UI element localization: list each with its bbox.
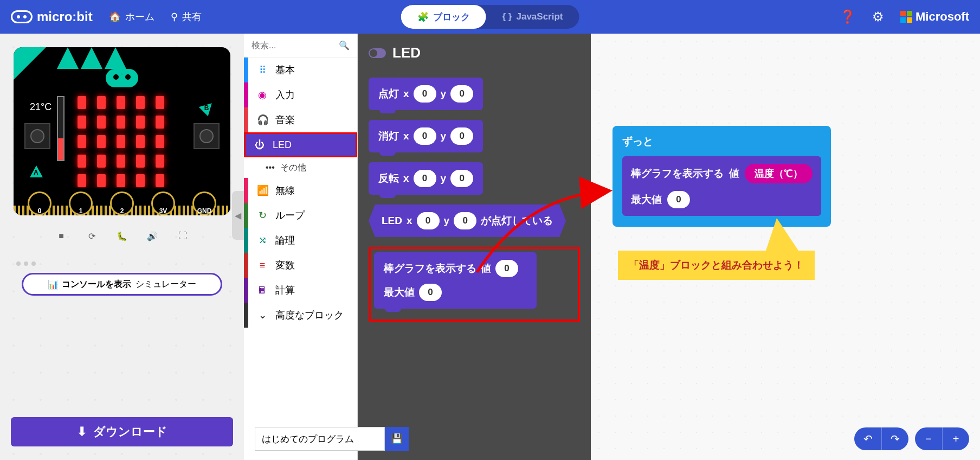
puzzle-icon: 🧩 — [417, 11, 429, 23]
simulator-panel: 21°C 0 1 2 3V GND ■ ⟳ — [0, 34, 244, 460]
headphones-icon: 🎧 — [257, 114, 268, 126]
search-icon: 🔍 — [339, 40, 350, 50]
microbit-logo-icon — [11, 10, 33, 23]
pin-0[interactable]: 0 — [28, 191, 51, 215]
home-nav[interactable]: 🏠 ホーム — [109, 10, 154, 23]
home-label: ホーム — [125, 10, 154, 23]
num-input[interactable]: 0 — [417, 212, 440, 229]
zoom-in-button[interactable]: + — [942, 427, 969, 450]
blocks-toggle-label: ブロック — [433, 11, 470, 23]
num-input[interactable]: 0 — [450, 85, 473, 103]
highlight-annotation: 棒グラフを表示する 値 0 最大値 0 — [369, 247, 580, 322]
num-input[interactable]: 0 — [450, 170, 473, 187]
main-area: 21°C 0 1 2 3V GND ■ ⟳ — [0, 34, 980, 460]
pin-2[interactable]: 2 — [110, 191, 134, 215]
sim-audio-button[interactable]: 🔊 — [143, 226, 162, 246]
ms-label: Microsoft — [915, 10, 969, 24]
num-input[interactable]: 0 — [419, 284, 442, 301]
microbit-simulator[interactable]: 21°C 0 1 2 3V GND — [14, 47, 230, 215]
home-icon: 🏠 — [109, 11, 121, 23]
bargraph-in-forever[interactable]: 棒グラフを表示する 値 温度（℃） 最大値 0 — [622, 156, 821, 216]
workspace[interactable]: ずっと 棒グラフを表示する 値 温度（℃） 最大値 0 「温度」ブロックと組み合… — [591, 34, 980, 460]
save-icon: 💾 — [391, 433, 403, 445]
category-music[interactable]: 🎧 音楽 — [244, 107, 357, 132]
num-input[interactable]: 0 — [414, 127, 436, 145]
sim-button-b[interactable] — [194, 123, 220, 149]
blocks-toggle[interactable]: 🧩 ブロック — [401, 5, 486, 29]
led-toggle-icon — [369, 48, 386, 58]
category-loops[interactable]: ↻ ループ — [244, 203, 357, 228]
forever-block[interactable]: ずっと 棒グラフを表示する 値 温度（℃） 最大値 0 — [612, 126, 831, 227]
category-basic[interactable]: ⠿ 基本 — [244, 58, 357, 82]
show-console-button[interactable]: 📊 コンソールを表示 シミュレーター — [22, 273, 222, 296]
flyout-title: LED — [369, 44, 580, 61]
num-input[interactable]: 0 — [495, 260, 518, 277]
category-advanced[interactable]: ⌄ 高度なブロック — [244, 303, 357, 328]
download-label: ダウンロード — [93, 424, 167, 440]
sim-stop-button[interactable]: ■ — [51, 226, 71, 246]
category-math[interactable]: 🖩 計算 — [244, 278, 357, 303]
undo-redo-group: ↶ ↷ — [854, 427, 908, 450]
num-input[interactable]: 0 — [667, 191, 690, 208]
bar-chart-icon: 📊 — [48, 279, 59, 290]
category-variables[interactable]: ≡ 変数 — [244, 253, 357, 278]
block-point[interactable]: LED x 0 y 0 が点灯している — [369, 205, 566, 237]
sim-restart-button[interactable]: ⟳ — [82, 226, 101, 246]
chevron-down-icon: ⌄ — [257, 309, 268, 321]
pin-3v[interactable]: 3V — [151, 191, 175, 215]
search-input[interactable] — [252, 41, 327, 50]
sim-fullscreen-button[interactable]: ⛶ — [173, 226, 192, 246]
share-nav[interactable]: ⚲ 共有 — [171, 10, 202, 23]
block-toggle[interactable]: 反転 x 0 y 0 — [369, 162, 483, 195]
category-led-more[interactable]: ••• その他 — [244, 157, 357, 178]
save-button[interactable]: 💾 — [385, 427, 409, 451]
editor-toggle: 🧩 ブロック { } JavaScript — [401, 5, 579, 29]
category-led[interactable]: ⏻ LED — [244, 132, 357, 157]
block-plot[interactable]: 点灯 x 0 y 0 — [369, 78, 483, 110]
bottom-bar: 💾 ↶ ↷ − + — [244, 418, 980, 460]
list-icon: ≡ — [257, 260, 268, 271]
more-icon: ••• — [266, 163, 275, 173]
zoom-out-button[interactable]: − — [915, 427, 942, 450]
num-input[interactable]: 0 — [454, 212, 476, 229]
block-unplot[interactable]: 消灯 x 0 y 0 — [369, 120, 483, 152]
console-label-rest: シミュレーター — [136, 279, 196, 290]
redo-button[interactable]: ↷ — [881, 427, 908, 450]
category-radio[interactable]: 📶 無線 — [244, 178, 357, 203]
num-input[interactable]: 0 — [450, 127, 473, 145]
toggle-icon: ⏻ — [254, 139, 265, 151]
undo-button[interactable]: ↶ — [854, 427, 881, 450]
sim-temp-bar[interactable] — [57, 96, 65, 161]
pin-1[interactable]: 1 — [69, 191, 93, 215]
settings-icon[interactable]: ⚙ — [872, 9, 884, 24]
sim-button-a[interactable] — [24, 123, 50, 149]
js-toggle-label: JavaScript — [516, 11, 563, 22]
toolbox-search[interactable]: 🔍 — [244, 34, 357, 58]
braces-icon: { } — [502, 11, 512, 22]
temperature-block[interactable]: 温度（℃） — [745, 164, 813, 183]
js-toggle[interactable]: { } JavaScript — [486, 5, 579, 29]
microsoft-logo[interactable]: Microsoft — [900, 10, 969, 24]
download-icon: ⬇ — [77, 425, 87, 439]
console-label-bold: 📊 コンソールを表示 — [48, 279, 131, 290]
header-right: ❓ ⚙ Microsoft — [840, 9, 969, 24]
category-logic[interactable]: ⤭ 論理 — [244, 228, 357, 253]
num-input[interactable]: 0 — [414, 170, 436, 187]
led-grid — [78, 96, 166, 189]
forever-label: ずっと — [622, 135, 821, 149]
toolbox: ◀ 🔍 ⠿ 基本 ◉ 入力 🎧 音楽 ⏻ LED ••• その他 📶 無線 — [244, 34, 358, 460]
pin-gnd[interactable]: GND — [192, 191, 216, 215]
project-name-input[interactable] — [255, 427, 385, 451]
share-icon: ⚲ — [171, 11, 178, 23]
signal-icon: 📶 — [257, 184, 268, 196]
download-button[interactable]: ⬇ ダウンロード — [11, 417, 233, 446]
category-input[interactable]: ◉ 入力 — [244, 82, 357, 107]
logo[interactable]: micro:bit — [11, 9, 93, 24]
num-input[interactable]: 0 — [414, 85, 436, 103]
block-bargraph[interactable]: 棒グラフを表示する 値 0 最大値 0 — [374, 252, 537, 309]
help-icon[interactable]: ❓ — [840, 9, 856, 24]
toolbox-collapse-button[interactable]: ◀ — [232, 191, 244, 240]
sim-debug-button[interactable]: 🐛 — [112, 226, 132, 246]
calculator-icon: 🖩 — [257, 285, 268, 296]
grid-icon: ⠿ — [257, 64, 268, 76]
